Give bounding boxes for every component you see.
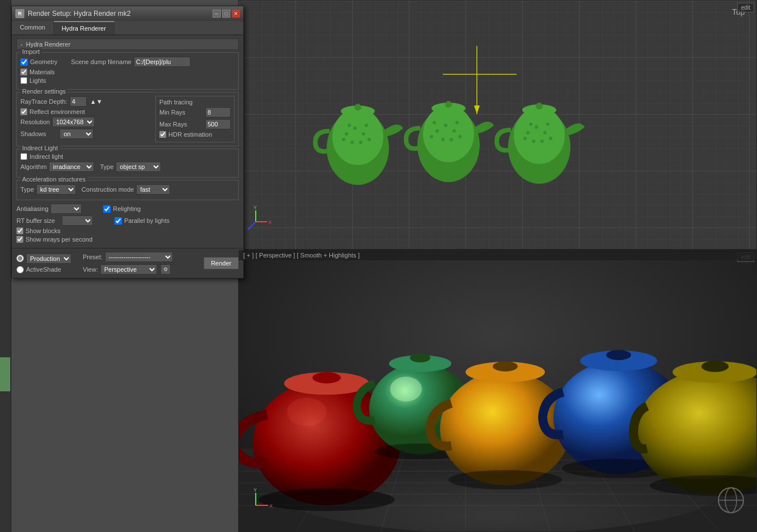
svg-point-30 <box>458 135 462 138</box>
svg-point-38 <box>543 131 547 134</box>
path-tracing-title: Path tracing <box>159 99 231 105</box>
lights-checkbox[interactable] <box>20 77 27 84</box>
preset-label: Preset: <box>83 254 103 260</box>
svg-point-14 <box>359 141 362 144</box>
svg-point-27 <box>450 138 453 141</box>
parallel-lights-checkbox[interactable] <box>115 217 122 225</box>
show-blocks-checkbox[interactable] <box>16 227 23 234</box>
relighting-checkbox[interactable] <box>103 205 111 213</box>
raytrace-input[interactable] <box>70 96 87 107</box>
svg-point-22 <box>445 101 452 108</box>
hdr-row: HDR estimation <box>159 131 231 138</box>
close-button[interactable]: ✕ <box>232 10 240 18</box>
svg-point-79 <box>493 361 518 371</box>
top-viewport-edit-btn[interactable]: edit <box>737 3 754 12</box>
materials-checkbox[interactable] <box>20 69 27 75</box>
shadows-row: Shadows on off <box>20 129 152 139</box>
rt-buffer-select[interactable]: smallmediumlarge <box>62 216 93 226</box>
svg-point-16 <box>365 124 368 127</box>
sidebar-marker <box>0 357 10 391</box>
dialog-bottom: Production ActiveShade Preset: ---------… <box>12 248 243 278</box>
render-settings-group: Render settings RayTrace Depth: ▲▼ Refle… <box>16 92 239 146</box>
production-select[interactable]: Production <box>26 254 71 264</box>
svg-point-36 <box>526 131 530 134</box>
svg-point-74 <box>410 353 430 362</box>
minimize-button[interactable]: ─ <box>213 10 221 18</box>
orbit-control[interactable] <box>717 486 745 514</box>
hdr-checkbox[interactable] <box>159 131 166 138</box>
activeshade-radio[interactable] <box>16 266 24 273</box>
lights-row: Lights <box>20 77 235 84</box>
min-rays-row: Min Rays <box>159 107 231 117</box>
min-rays-label: Min Rays <box>159 109 185 116</box>
show-mrays-checkbox[interactable] <box>16 236 23 243</box>
accel-type-row: Type kd tree BVH octree Construction mod… <box>20 184 235 195</box>
antialiasing-label: Antialiasing <box>16 205 48 212</box>
scene-dump-input[interactable] <box>134 57 191 67</box>
svg-point-29 <box>455 121 459 124</box>
restore-button[interactable]: □ <box>222 10 230 18</box>
indirect-light-cb-label: Indirect light <box>29 153 63 160</box>
relighting-label: Relighting <box>113 205 141 212</box>
dialog-titlebar[interactable]: R Render Setup: Hydra Render mk2 ─ □ ✕ <box>12 6 243 21</box>
svg-text:Y: Y <box>253 205 257 210</box>
left-sidebar <box>0 0 11 532</box>
view-options-btn[interactable]: ⚙ <box>160 264 171 275</box>
tab-hydra-renderer[interactable]: Hydra Renderer <box>54 21 115 35</box>
raytrace-label: RayTrace Depth: <box>20 98 67 105</box>
view-select[interactable]: Perspective Top Front <box>100 264 157 275</box>
max-rays-input[interactable] <box>205 119 231 129</box>
type-select[interactable]: object sp world space <box>116 162 161 172</box>
svg-point-24 <box>444 124 447 127</box>
indirect-light-label: Indirect Light <box>20 145 60 151</box>
production-radio[interactable] <box>16 255 24 262</box>
top-viewport-grid: Top X Y Z <box>239 1 756 249</box>
render-button[interactable]: Render <box>204 257 239 269</box>
rt-buffer-row: RT buffer size smallmediumlarge Parallel… <box>16 216 239 226</box>
svg-point-9 <box>354 104 361 111</box>
import-group: Import Geometry Scene dump filename Mate… <box>16 52 239 90</box>
geometry-checkbox[interactable] <box>20 58 28 66</box>
reflect-env-checkbox[interactable] <box>20 108 27 115</box>
accel-type-select[interactable]: kd tree BVH octree <box>36 184 76 195</box>
svg-point-70 <box>287 398 327 426</box>
min-rays-input[interactable] <box>205 107 231 117</box>
algorithm-label: Algorithm <box>20 163 46 170</box>
svg-point-83 <box>606 350 631 360</box>
svg-point-41 <box>529 123 532 126</box>
resolution-label: Resolution <box>20 119 50 125</box>
indirect-light-checkbox[interactable] <box>20 153 27 160</box>
svg-point-13 <box>350 141 354 144</box>
show-mrays-label: Show mrays per second <box>26 236 92 243</box>
algorithm-select[interactable]: irradiance path tracing <box>49 162 94 172</box>
svg-point-31 <box>430 135 433 138</box>
resolution-row: Resolution 1024x768 800x600 1280x720 192… <box>20 117 152 127</box>
materials-label: Materials <box>29 69 55 75</box>
svg-point-11 <box>353 126 357 130</box>
svg-point-69 <box>312 372 341 383</box>
lights-label: Lights <box>29 77 46 84</box>
antialiasing-select[interactable]: none2x4x <box>50 204 82 214</box>
resolution-select[interactable]: 1024x768 800x600 1280x720 1920x1080 <box>52 117 95 127</box>
acceleration-label: Acceleration structures <box>20 176 87 183</box>
shadows-select[interactable]: on off <box>60 129 94 139</box>
dialog-controls: ─ □ ✕ <box>213 10 240 18</box>
max-rays-label: Max Rays <box>159 121 187 128</box>
max-rays-row: Max Rays <box>159 119 231 129</box>
render-mode-group: Production ActiveShade <box>16 254 71 273</box>
indirect-light-group: Indirect Light Indirect light Algorithm … <box>16 149 239 178</box>
type-label: Type <box>100 163 113 170</box>
construction-select[interactable]: fast normal slow <box>136 184 170 195</box>
activeshade-row: ActiveShade <box>16 266 71 273</box>
bottom-viewport-label: [ + ] [ Perspective ] [ Smooth + Highlig… <box>239 250 756 260</box>
activeshade-label: ActiveShade <box>26 266 61 273</box>
view-row: View: Perspective Top Front ⚙ <box>83 264 173 275</box>
indirect-light-cb-row: Indirect light <box>20 153 235 160</box>
svg-point-37 <box>535 125 538 129</box>
preset-select[interactable]: -------------------- <box>105 252 173 262</box>
svg-point-43 <box>549 137 552 140</box>
svg-text:X: X <box>268 219 272 225</box>
scene-dump-label: Scene dump filename <box>71 58 131 65</box>
tab-common[interactable]: Common <box>12 21 54 35</box>
svg-point-42 <box>546 123 549 126</box>
